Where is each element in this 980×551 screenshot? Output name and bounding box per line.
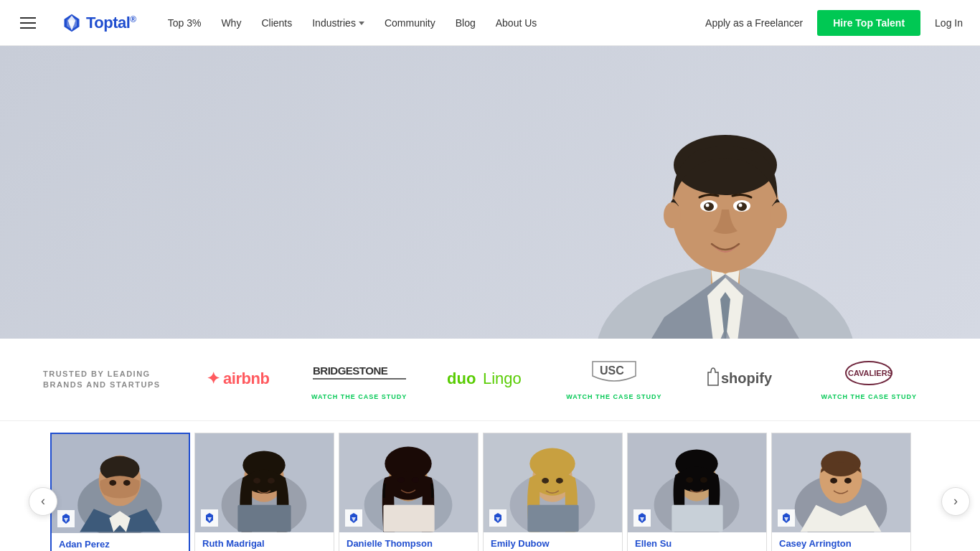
brands-row: ✦ airbnb BRIDGESTONE WATCH THE CASE STUD…: [187, 359, 937, 400]
navbar-right: Apply as a Freelancer Hire Top Talent Lo…: [705, 10, 963, 36]
svg-text:Lingo: Lingo: [483, 369, 522, 387]
svg-point-42: [253, 478, 260, 484]
bridgestone-case-study[interactable]: WATCH THE CASE STUDY: [311, 393, 407, 400]
svg-text:BRIDGESTONE: BRIDGESTONE: [313, 364, 388, 377]
hamburger-line: [20, 22, 36, 24]
logo-text: Toptal®: [86, 14, 136, 32]
talent-carousel-section: ‹: [0, 421, 980, 551]
nav-clients[interactable]: Clients: [261, 17, 292, 29]
svg-point-16: [664, 202, 681, 228]
svg-point-13: [737, 202, 747, 211]
duolingo-logo: duo Lingo: [447, 364, 526, 395]
nav-about[interactable]: About Us: [496, 17, 537, 29]
bridgestone-logo: BRIDGESTONE: [313, 359, 406, 390]
talent-name-ellen: Ellen Su: [628, 532, 766, 551]
svg-point-14: [706, 204, 710, 207]
svg-rect-65: [672, 505, 722, 532]
hamburger-line: [20, 17, 36, 19]
nav-why[interactable]: Why: [221, 17, 241, 29]
svg-point-17: [770, 202, 787, 228]
carousel-container: ‹: [0, 433, 980, 551]
talent-card-image-casey: [772, 433, 910, 532]
toptal-logo-icon: [62, 13, 82, 33]
cavaliers-case-study[interactable]: WATCH THE CASE STUDY: [821, 393, 917, 400]
brand-shopify: shopify: [702, 364, 781, 395]
hamburger-menu[interactable]: [17, 14, 39, 32]
svg-point-12: [704, 202, 714, 211]
talent-card-adan[interactable]: Adan Perez Software Engineer: [50, 433, 190, 551]
toptal-watermark-danielle: [345, 509, 362, 527]
talent-card-image-emily: [484, 433, 622, 532]
hire-top-talent-button[interactable]: Hire Top Talent: [817, 10, 920, 36]
hero-person-image: [571, 46, 880, 339]
talent-card-ruth[interactable]: Ruth Madrigal Designer: [194, 433, 334, 551]
brand-duolingo: duo Lingo: [447, 364, 526, 395]
talent-card-danielle[interactable]: Danielle Thompson Developer: [339, 433, 479, 551]
svg-point-43: [268, 478, 275, 484]
talent-card-ellen[interactable]: Ellen Su Product Manager: [627, 433, 767, 551]
svg-text:shopify: shopify: [721, 370, 773, 386]
talent-card-image-danielle: [339, 433, 478, 532]
trusted-brands-section: TRUSTED BY LEADING BRANDS AND STARTUPS ✦…: [0, 339, 980, 421]
apply-freelancer-link[interactable]: Apply as a Freelancer: [705, 17, 803, 29]
shopify-logo: shopify: [702, 364, 781, 395]
brand-usc: USC WATCH THE CASE STUDY: [566, 359, 661, 400]
trusted-label: TRUSTED BY LEADING BRANDS AND STARTUPS: [43, 369, 187, 391]
toptal-watermark-casey: [778, 509, 795, 527]
svg-point-35: [123, 480, 131, 486]
carousel-prev-button[interactable]: ‹: [29, 487, 57, 516]
navbar-left: Toptal® Top 3% Why Clients Industries Co…: [17, 13, 537, 33]
svg-point-64: [700, 477, 707, 483]
toptal-watermark: [57, 510, 75, 527]
nav-industries[interactable]: Industries: [312, 17, 364, 29]
talent-name-adan: Adan Perez: [52, 533, 189, 551]
svg-rect-44: [237, 505, 291, 532]
brand-cavaliers: CAVALIERS WATCH THE CASE STUDY: [821, 359, 917, 400]
toptal-watermark-emily: [489, 509, 507, 527]
talent-name-ruth: Ruth Madrigal: [195, 532, 334, 551]
svg-rect-58: [527, 505, 578, 532]
talent-name-emily: Emily Dubow: [484, 532, 622, 551]
login-link[interactable]: Log In: [935, 17, 963, 29]
svg-point-15: [739, 204, 743, 207]
talent-card-image-ruth: [195, 433, 334, 532]
hero-person-svg: [571, 46, 880, 339]
svg-text:duo: duo: [447, 369, 476, 387]
talent-name-danielle: Danielle Thompson: [339, 532, 478, 551]
svg-point-71: [844, 478, 852, 484]
toptal-watermark-ruth: [201, 509, 218, 527]
talent-card-casey[interactable]: Casey Arrington Engineer: [771, 433, 911, 551]
hero-section: [0, 46, 980, 339]
carousel-next-button[interactable]: ›: [941, 487, 970, 516]
talent-card-image-ellen: [628, 433, 766, 532]
svg-point-70: [830, 478, 837, 484]
svg-point-57: [556, 478, 563, 484]
svg-text:✦ airbnb: ✦ airbnb: [207, 369, 269, 387]
svg-text:CAVALIERS: CAVALIERS: [848, 369, 892, 377]
svg-point-50: [412, 477, 419, 483]
svg-rect-51: [383, 505, 434, 532]
talent-card-image-adan: [52, 434, 189, 533]
svg-text:USC: USC: [600, 364, 624, 377]
talent-card-emily[interactable]: Emily Dubow Finance Expert: [483, 433, 623, 551]
svg-point-56: [542, 478, 549, 484]
talent-name-casey: Casey Arrington: [772, 532, 910, 551]
svg-point-34: [109, 480, 116, 486]
main-nav: Top 3% Why Clients Industries Community …: [168, 17, 537, 29]
svg-point-49: [397, 477, 405, 483]
talent-cards-list: Adan Perez Software Engineer: [0, 433, 966, 551]
nav-community[interactable]: Community: [385, 17, 435, 29]
nav-top3[interactable]: Top 3%: [168, 17, 202, 29]
nav-blog[interactable]: Blog: [456, 17, 476, 29]
usc-logo: USC: [585, 359, 643, 390]
logo[interactable]: Toptal®: [62, 13, 136, 33]
usc-case-study[interactable]: WATCH THE CASE STUDY: [566, 393, 661, 400]
svg-point-63: [686, 477, 693, 483]
hamburger-line: [20, 27, 36, 29]
cavaliers-logo: CAVALIERS: [840, 359, 897, 390]
brand-bridgestone: BRIDGESTONE WATCH THE CASE STUDY: [311, 359, 407, 400]
navbar: Toptal® Top 3% Why Clients Industries Co…: [0, 0, 980, 46]
brand-airbnb: ✦ airbnb: [207, 365, 271, 395]
airbnb-logo: ✦ airbnb: [207, 365, 271, 395]
toptal-watermark-ellen: [633, 509, 651, 527]
